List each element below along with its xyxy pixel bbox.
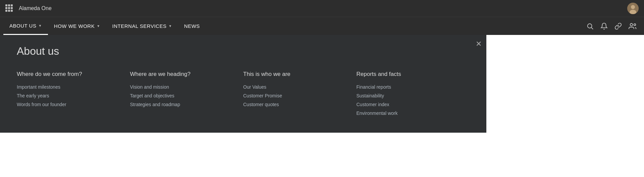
column-link[interactable]: Customer quotes — [243, 102, 357, 107]
nav-item-how-we-work[interactable]: HOW WE WORK▼ — [48, 17, 106, 35]
nav-item-news[interactable]: NEWS — [178, 17, 206, 35]
nav-item-label: ABOUT US — [9, 23, 36, 29]
chevron-down-icon: ▼ — [168, 24, 172, 28]
column-link[interactable]: Strategies and roadmap — [130, 102, 244, 107]
bell-icon[interactable] — [600, 23, 608, 30]
nav-item-label: NEWS — [184, 23, 200, 29]
column-heading-3: Reports and facts — [357, 71, 470, 78]
nav-item-about-us[interactable]: ABOUT US▼ — [3, 17, 48, 35]
chevron-down-icon: ▼ — [97, 24, 100, 28]
column-links-3: Financial reportsSustainabilityCustomer … — [357, 84, 470, 116]
column-link[interactable]: Our Values — [243, 84, 357, 90]
column-heading-1: Where are we heading? — [130, 71, 244, 78]
nav-icons — [586, 23, 637, 30]
svg-point-1 — [631, 5, 635, 9]
column-link[interactable]: Vision and mission — [130, 84, 244, 90]
dropdown-panel: ✕ About us Where do we come from?Importa… — [0, 35, 486, 133]
svg-point-5 — [630, 23, 633, 26]
column-link[interactable]: Customer index — [357, 102, 470, 107]
column-links-1: Vision and missionTarget and objectivesS… — [130, 84, 244, 107]
grid-icon[interactable] — [5, 4, 13, 12]
nav-item-internal-services[interactable]: INTERNAL SERVICES▼ — [106, 17, 178, 35]
column-link[interactable]: The early years — [17, 93, 130, 98]
chevron-down-icon: ▼ — [38, 24, 42, 28]
dropdown-columns: Where do we come from?Important mileston… — [17, 71, 470, 116]
svg-line-4 — [591, 28, 593, 29]
column-links-2: Our ValuesCustomer PromiseCustomer quote… — [243, 84, 357, 107]
right-panel — [486, 35, 644, 177]
nav-items: ABOUT US▼HOW WE WORK▼INTERNAL SERVICES▼N… — [3, 17, 586, 35]
dropdown-title: About us — [17, 45, 470, 57]
column-link[interactable]: Words from our founder — [17, 102, 130, 107]
app-title: Alameda One — [19, 5, 627, 11]
column-heading-2: This is who we are — [243, 71, 357, 78]
close-button[interactable]: ✕ — [476, 40, 482, 48]
nav-item-label: HOW WE WORK — [54, 23, 95, 29]
dropdown-column-0: Where do we come from?Important mileston… — [17, 71, 130, 116]
link-icon[interactable] — [614, 23, 622, 30]
dropdown-column-1: Where are we heading?Vision and missionT… — [130, 71, 244, 116]
column-link[interactable]: Customer Promise — [243, 93, 357, 98]
navbar: ABOUT US▼HOW WE WORK▼INTERNAL SERVICES▼N… — [0, 17, 644, 35]
people-icon[interactable] — [629, 23, 637, 30]
avatar[interactable] — [627, 3, 639, 14]
column-link[interactable]: Sustainability — [357, 93, 470, 98]
column-link[interactable]: Environmental work — [357, 110, 470, 116]
column-link[interactable]: Important milestones — [17, 84, 130, 90]
column-link[interactable]: Target and objectives — [130, 93, 244, 98]
dropdown-column-3: Reports and factsFinancial reportsSustai… — [357, 71, 470, 116]
column-links-0: Important milestonesThe early yearsWords… — [17, 84, 130, 107]
svg-point-3 — [588, 24, 592, 28]
dropdown-column-2: This is who we areOur ValuesCustomer Pro… — [243, 71, 357, 116]
search-icon[interactable] — [586, 23, 594, 30]
topbar: Alameda One — [0, 0, 644, 17]
column-link[interactable]: Financial reports — [357, 84, 470, 90]
column-heading-0: Where do we come from? — [17, 71, 130, 78]
svg-point-6 — [634, 24, 636, 26]
nav-item-label: INTERNAL SERVICES — [112, 23, 167, 29]
